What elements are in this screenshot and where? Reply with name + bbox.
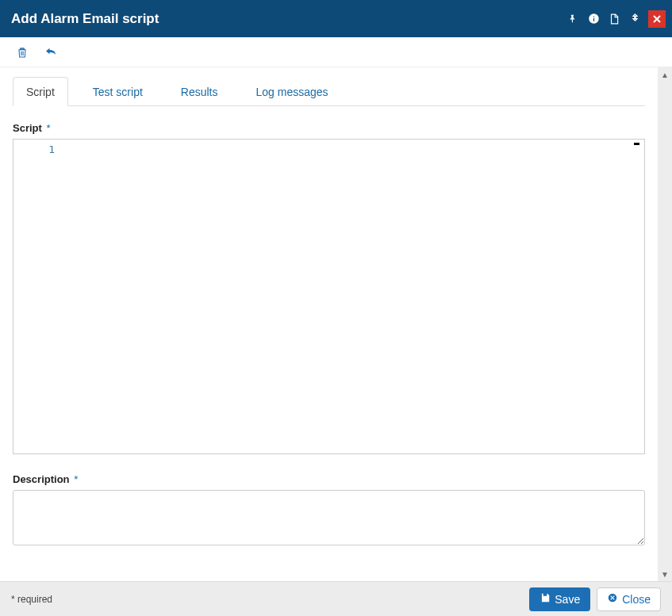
tab-script[interactable]: Script	[13, 77, 68, 106]
required-note: * required	[11, 594, 529, 605]
close-button[interactable]: Close	[597, 587, 661, 611]
pdf-icon[interactable]	[605, 10, 623, 28]
line-number: 1	[17, 143, 55, 157]
line-gutter: 1	[13, 140, 63, 453]
save-icon	[540, 592, 551, 606]
dialog-title: Add Alarm Email script	[11, 11, 564, 27]
button-label: Save	[555, 593, 580, 606]
titlebar: Add Alarm Email script	[0, 0, 672, 37]
button-label: Close	[622, 593, 651, 606]
required-marker: *	[74, 473, 78, 485]
delete-button[interactable]	[14, 44, 30, 60]
save-button[interactable]: Save	[529, 587, 590, 611]
editor-cursor	[634, 143, 639, 145]
tab-log-messages[interactable]: Log messages	[243, 77, 342, 106]
description-label: Description *	[13, 473, 645, 485]
scroll-up-icon[interactable]: ▲	[658, 67, 672, 82]
script-editor[interactable]: 1	[13, 139, 645, 454]
label-text: Script	[13, 122, 42, 134]
info-icon[interactable]	[585, 10, 602, 28]
required-marker: *	[46, 122, 50, 134]
dialog-add-alarm-email-script: Add Alarm Email script	[0, 0, 672, 616]
tab-label: Test script	[93, 86, 143, 98]
tab-label: Results	[181, 86, 218, 98]
titlebar-actions	[564, 10, 666, 28]
tab-label: Script	[26, 86, 55, 98]
tab-label: Log messages	[256, 86, 328, 98]
tab-results[interactable]: Results	[167, 77, 232, 106]
close-x-button[interactable]	[648, 10, 666, 28]
description-input[interactable]	[13, 490, 645, 545]
scroll-down-icon[interactable]: ▼	[658, 567, 672, 581]
content-area: Script Test script Results Log messages …	[0, 67, 658, 581]
script-label: Script *	[13, 122, 645, 134]
pin-icon[interactable]	[564, 10, 582, 28]
label-text: Description	[13, 473, 70, 485]
vertical-scrollbar[interactable]: ▲ ▼	[658, 67, 672, 581]
code-body[interactable]	[63, 140, 644, 453]
popout-icon[interactable]	[626, 10, 643, 28]
tab-test-script[interactable]: Test script	[79, 77, 156, 106]
dialog-body: Script Test script Results Log messages …	[0, 67, 672, 581]
close-icon	[607, 592, 618, 606]
undo-button[interactable]	[43, 44, 59, 60]
dialog-footer: * required Save Close	[0, 581, 672, 616]
toolbar	[0, 37, 672, 67]
tab-bar: Script Test script Results Log messages	[13, 77, 645, 106]
